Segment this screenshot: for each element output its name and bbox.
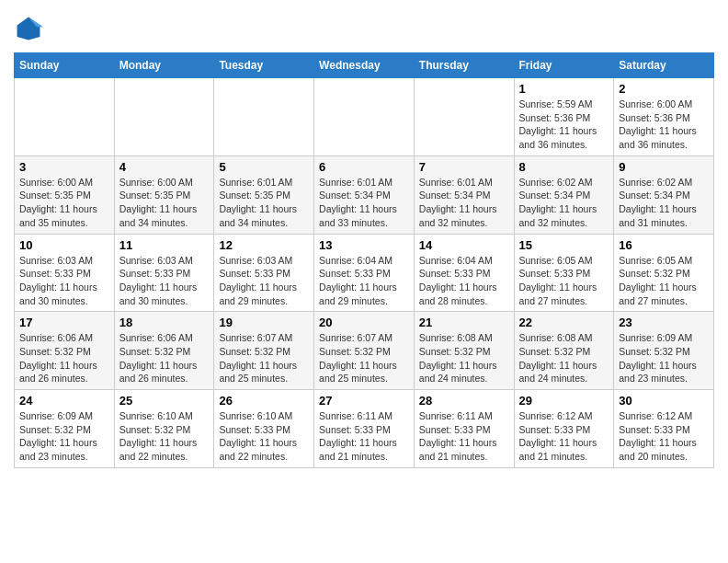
- page-header: [14, 14, 714, 43]
- calendar-cell: 4Sunrise: 6:00 AM Sunset: 5:35 PM Daylig…: [114, 155, 214, 234]
- calendar-cell: 19Sunrise: 6:07 AM Sunset: 5:32 PM Dayli…: [214, 312, 314, 390]
- calendar-week-row: 1Sunrise: 5:59 AM Sunset: 5:36 PM Daylig…: [15, 78, 714, 156]
- weekday-header: Monday: [114, 53, 214, 78]
- day-info: Sunrise: 6:00 AM Sunset: 5:35 PM Dayligh…: [19, 176, 109, 230]
- day-number: 6: [319, 160, 409, 174]
- day-info: Sunrise: 6:05 AM Sunset: 5:32 PM Dayligh…: [619, 254, 709, 308]
- day-number: 21: [419, 316, 509, 329]
- day-info: Sunrise: 6:09 AM Sunset: 5:32 PM Dayligh…: [619, 331, 709, 385]
- calendar-table: SundayMondayTuesdayWednesdayThursdayFrid…: [14, 52, 714, 468]
- calendar-cell: 22Sunrise: 6:08 AM Sunset: 5:32 PM Dayli…: [514, 312, 614, 390]
- calendar-cell: [214, 78, 314, 156]
- day-number: 13: [319, 238, 409, 252]
- day-info: Sunrise: 6:11 AM Sunset: 5:33 PM Dayligh…: [319, 409, 409, 464]
- logo: [14, 14, 47, 43]
- day-info: Sunrise: 6:09 AM Sunset: 5:32 PM Dayligh…: [19, 409, 109, 464]
- day-info: Sunrise: 6:02 AM Sunset: 5:34 PM Dayligh…: [619, 176, 709, 230]
- calendar-cell: [414, 78, 514, 156]
- day-info: Sunrise: 6:04 AM Sunset: 5:33 PM Dayligh…: [419, 254, 509, 308]
- day-number: 11: [119, 238, 210, 252]
- day-number: 7: [419, 160, 509, 174]
- day-number: 2: [619, 82, 709, 96]
- weekday-header: Friday: [514, 53, 614, 78]
- day-info: Sunrise: 6:10 AM Sunset: 5:33 PM Dayligh…: [219, 409, 309, 464]
- day-number: 16: [619, 238, 709, 252]
- day-number: 8: [519, 160, 609, 174]
- svg-marker-0: [17, 17, 40, 40]
- day-info: Sunrise: 6:05 AM Sunset: 5:33 PM Dayligh…: [519, 254, 609, 308]
- weekday-header: Wednesday: [314, 53, 415, 78]
- calendar-cell: 24Sunrise: 6:09 AM Sunset: 5:32 PM Dayli…: [15, 390, 115, 468]
- day-number: 18: [119, 316, 210, 329]
- day-number: 29: [519, 394, 609, 408]
- calendar-cell: 29Sunrise: 6:12 AM Sunset: 5:33 PM Dayli…: [514, 390, 614, 468]
- day-info: Sunrise: 6:07 AM Sunset: 5:32 PM Dayligh…: [219, 331, 309, 385]
- day-info: Sunrise: 6:07 AM Sunset: 5:32 PM Dayligh…: [319, 331, 409, 385]
- day-number: 15: [519, 238, 609, 252]
- day-info: Sunrise: 6:12 AM Sunset: 5:33 PM Dayligh…: [619, 409, 709, 464]
- day-info: Sunrise: 6:01 AM Sunset: 5:35 PM Dayligh…: [219, 176, 309, 230]
- day-number: 5: [219, 160, 309, 174]
- day-number: 22: [519, 316, 609, 329]
- day-info: Sunrise: 6:01 AM Sunset: 5:34 PM Dayligh…: [319, 176, 409, 230]
- calendar-cell: 12Sunrise: 6:03 AM Sunset: 5:33 PM Dayli…: [214, 234, 314, 312]
- day-info: Sunrise: 6:00 AM Sunset: 5:35 PM Dayligh…: [119, 176, 210, 230]
- weekday-header: Sunday: [15, 53, 115, 78]
- day-number: 26: [219, 394, 309, 408]
- calendar-cell: 13Sunrise: 6:04 AM Sunset: 5:33 PM Dayli…: [314, 234, 415, 312]
- weekday-header: Saturday: [614, 53, 714, 78]
- day-number: 20: [319, 316, 409, 329]
- day-info: Sunrise: 6:08 AM Sunset: 5:32 PM Dayligh…: [519, 331, 609, 385]
- day-number: 3: [19, 160, 109, 174]
- calendar-cell: 11Sunrise: 6:03 AM Sunset: 5:33 PM Dayli…: [114, 234, 214, 312]
- calendar-cell: 26Sunrise: 6:10 AM Sunset: 5:33 PM Dayli…: [214, 390, 314, 468]
- calendar-cell: 5Sunrise: 6:01 AM Sunset: 5:35 PM Daylig…: [214, 155, 314, 234]
- day-number: 19: [219, 316, 309, 329]
- day-number: 24: [19, 394, 109, 408]
- weekday-header: Tuesday: [214, 53, 314, 78]
- calendar-cell: 27Sunrise: 6:11 AM Sunset: 5:33 PM Dayli…: [314, 390, 415, 468]
- day-info: Sunrise: 6:06 AM Sunset: 5:32 PM Dayligh…: [19, 331, 109, 385]
- calendar-cell: 17Sunrise: 6:06 AM Sunset: 5:32 PM Dayli…: [15, 312, 115, 390]
- calendar-cell: 3Sunrise: 6:00 AM Sunset: 5:35 PM Daylig…: [15, 155, 115, 234]
- day-number: 14: [419, 238, 509, 252]
- day-info: Sunrise: 6:12 AM Sunset: 5:33 PM Dayligh…: [519, 409, 609, 464]
- day-info: Sunrise: 6:11 AM Sunset: 5:33 PM Dayligh…: [419, 409, 509, 464]
- calendar-cell: 10Sunrise: 6:03 AM Sunset: 5:33 PM Dayli…: [15, 234, 115, 312]
- calendar-cell: 7Sunrise: 6:01 AM Sunset: 5:34 PM Daylig…: [414, 155, 514, 234]
- calendar-cell: [15, 78, 115, 156]
- calendar-cell: 6Sunrise: 6:01 AM Sunset: 5:34 PM Daylig…: [314, 155, 415, 234]
- day-info: Sunrise: 6:10 AM Sunset: 5:32 PM Dayligh…: [119, 409, 210, 464]
- day-number: 25: [119, 394, 210, 408]
- calendar-week-row: 3Sunrise: 6:00 AM Sunset: 5:35 PM Daylig…: [15, 155, 714, 234]
- day-number: 1: [519, 82, 609, 96]
- day-info: Sunrise: 6:08 AM Sunset: 5:32 PM Dayligh…: [419, 331, 509, 385]
- calendar-cell: 9Sunrise: 6:02 AM Sunset: 5:34 PM Daylig…: [614, 155, 714, 234]
- day-number: 23: [619, 316, 709, 329]
- calendar-cell: 8Sunrise: 6:02 AM Sunset: 5:34 PM Daylig…: [514, 155, 614, 234]
- calendar-cell: 2Sunrise: 6:00 AM Sunset: 5:36 PM Daylig…: [614, 78, 714, 156]
- day-info: Sunrise: 6:04 AM Sunset: 5:33 PM Dayligh…: [319, 254, 409, 308]
- weekday-header: Thursday: [414, 53, 514, 78]
- day-number: 9: [619, 160, 709, 174]
- calendar-cell: 1Sunrise: 5:59 AM Sunset: 5:36 PM Daylig…: [514, 78, 614, 156]
- day-info: Sunrise: 6:02 AM Sunset: 5:34 PM Dayligh…: [519, 176, 609, 230]
- calendar-cell: 21Sunrise: 6:08 AM Sunset: 5:32 PM Dayli…: [414, 312, 514, 390]
- day-number: 12: [219, 238, 309, 252]
- day-info: Sunrise: 5:59 AM Sunset: 5:36 PM Dayligh…: [519, 98, 609, 152]
- day-info: Sunrise: 6:03 AM Sunset: 5:33 PM Dayligh…: [19, 254, 109, 308]
- day-number: 30: [619, 394, 709, 408]
- calendar-cell: 25Sunrise: 6:10 AM Sunset: 5:32 PM Dayli…: [114, 390, 214, 468]
- day-info: Sunrise: 6:03 AM Sunset: 5:33 PM Dayligh…: [219, 254, 309, 308]
- day-info: Sunrise: 6:00 AM Sunset: 5:36 PM Dayligh…: [619, 98, 709, 152]
- calendar-week-row: 10Sunrise: 6:03 AM Sunset: 5:33 PM Dayli…: [15, 234, 714, 312]
- day-number: 10: [19, 238, 109, 252]
- day-info: Sunrise: 6:01 AM Sunset: 5:34 PM Dayligh…: [419, 176, 509, 230]
- calendar-cell: 16Sunrise: 6:05 AM Sunset: 5:32 PM Dayli…: [614, 234, 714, 312]
- calendar-cell: 28Sunrise: 6:11 AM Sunset: 5:33 PM Dayli…: [414, 390, 514, 468]
- calendar-header-row: SundayMondayTuesdayWednesdayThursdayFrid…: [15, 53, 714, 78]
- calendar-week-row: 24Sunrise: 6:09 AM Sunset: 5:32 PM Dayli…: [15, 390, 714, 468]
- day-number: 4: [119, 160, 210, 174]
- calendar-week-row: 17Sunrise: 6:06 AM Sunset: 5:32 PM Dayli…: [15, 312, 714, 390]
- calendar-cell: 30Sunrise: 6:12 AM Sunset: 5:33 PM Dayli…: [614, 390, 714, 468]
